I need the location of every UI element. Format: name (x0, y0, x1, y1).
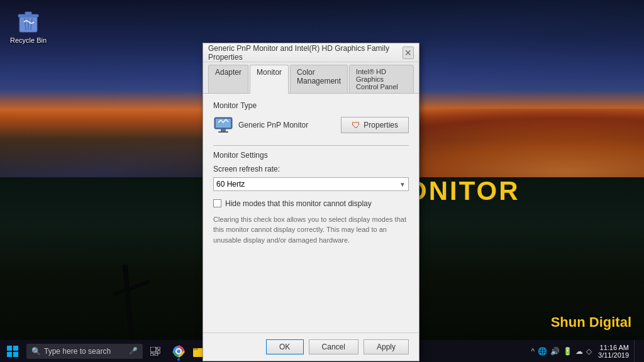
refresh-rate-value: 60 Hertz (216, 180, 245, 189)
speaker-icon[interactable]: 🔊 (550, 347, 560, 356)
dialog-titlebar: Generic PnP Monitor and Intel(R) HD Grap… (203, 43, 419, 62)
monitor-icon-svg (213, 115, 233, 135)
svg-point-18 (177, 349, 180, 353)
app-active-indicator (177, 358, 180, 361)
svg-rect-6 (218, 131, 228, 133)
tab-intel-control-panel[interactable]: Intel® HD Graphics Control Panel (349, 65, 414, 93)
svg-rect-11 (150, 347, 156, 352)
monitor-type-label: Monitor Type (213, 101, 409, 110)
monitor-settings-label: Monitor Settings (213, 151, 409, 160)
svg-rect-20 (193, 348, 198, 350)
svg-rect-14 (150, 353, 153, 356)
chrome-icon (172, 345, 185, 358)
properties-btn-label: Properties (364, 121, 398, 129)
tab-monitor[interactable]: Monitor (250, 65, 289, 94)
battery-icon[interactable]: 🔋 (563, 347, 572, 356)
network-icon[interactable]: 🌐 (538, 347, 547, 356)
svg-rect-13 (157, 351, 160, 353)
svg-rect-8 (13, 346, 18, 351)
refresh-rate-label: Screen refresh rate: (213, 165, 409, 173)
ok-button[interactable]: OK (266, 339, 304, 354)
show-desktop-button[interactable] (634, 340, 639, 362)
silhouette-body (123, 265, 134, 340)
hide-modes-row: Hide modes that this monitor cannot disp… (213, 199, 409, 209)
windows-logo-icon (7, 346, 18, 357)
dialog-close-button[interactable]: ✕ (402, 47, 414, 59)
brand-name-1: Shun (551, 314, 589, 330)
svg-rect-7 (7, 346, 12, 351)
cancel-button[interactable]: Cancel (309, 339, 358, 354)
display-properties-dialog: Generic PnP Monitor and Intel(R) HD Grap… (203, 43, 419, 361)
tab-color-management[interactable]: Color Management (290, 65, 348, 93)
task-view-icon (150, 347, 160, 356)
dropbox-icon[interactable]: ◇ (586, 347, 592, 356)
brand-name-2: Digital (589, 314, 631, 330)
dropdown-arrow-icon: ▼ (399, 181, 406, 188)
monitor-settings-section: Monitor Settings Screen refresh rate: 60… (213, 151, 409, 245)
svg-rect-12 (157, 347, 160, 349)
recycle-bin-svg (17, 9, 40, 35)
cloud-icon[interactable]: ☁ (575, 347, 583, 356)
cortana-icon: 🎤 (129, 347, 138, 355)
pinned-chrome[interactable] (169, 340, 189, 362)
clock-date: 3/11/2019 (598, 351, 629, 359)
search-bar[interactable]: 🔍 Type here to search 🎤 (26, 344, 143, 359)
start-button[interactable] (0, 340, 25, 362)
svg-rect-15 (155, 353, 158, 356)
dialog-title: Generic PnP Monitor and Intel(R) HD Grap… (208, 44, 402, 62)
svg-rect-2 (25, 12, 31, 15)
hide-modes-checkbox[interactable] (213, 199, 221, 207)
apply-button[interactable]: Apply (364, 339, 409, 354)
silhouette (113, 214, 164, 340)
dialog-tabs: Adapter Monitor Color Management Intel® … (203, 62, 419, 94)
refresh-rate-dropdown[interactable]: 60 Hertz ▼ (213, 177, 409, 191)
recycle-bin-icon[interactable]: Recycle Bin (9, 9, 47, 44)
dialog-content: Monitor Type Generic PnP Monitor (203, 94, 419, 332)
monitor-name-text: Generic PnP Monitor (238, 121, 308, 129)
tab-adapter[interactable]: Adapter (208, 65, 248, 93)
silhouette-arm (114, 280, 150, 296)
system-tray: ^ 🌐 🔊 🔋 ☁ ◇ 11:16 AM 3/11/2019 (531, 340, 644, 362)
brand-watermark: Shun Digital (551, 314, 631, 331)
svg-rect-9 (7, 352, 12, 357)
clearing-text: Clearing this check box allows you to se… (213, 214, 409, 246)
svg-rect-5 (221, 129, 226, 131)
svg-rect-10 (13, 352, 18, 357)
hide-modes-label: Hide modes that this monitor cannot disp… (225, 199, 372, 209)
dialog-buttons: OK Cancel Apply (203, 332, 419, 361)
clock-time: 11:16 AM (600, 344, 629, 351)
search-icon: 🔍 (31, 347, 41, 356)
chevron-up-icon[interactable]: ^ (531, 347, 535, 356)
properties-button[interactable]: 🛡 Properties (341, 117, 409, 133)
section-divider (213, 145, 409, 146)
properties-shield-icon: 🛡 (352, 120, 360, 130)
search-placeholder-text: Type here to search (44, 347, 111, 356)
monitor-icon-name-group: Generic PnP Monitor (213, 115, 308, 135)
monitor-type-section: Monitor Type Generic PnP Monitor (213, 101, 409, 135)
monitor-type-row: Generic PnP Monitor 🛡 Properties (213, 115, 409, 135)
desktop: Recycle Bin FINDING THE HZ OF YOUR LCD M… (0, 0, 644, 362)
recycle-bin-label: Recycle Bin (10, 36, 47, 44)
system-clock[interactable]: 11:16 AM 3/11/2019 (598, 344, 629, 359)
task-view-button[interactable] (145, 340, 165, 362)
